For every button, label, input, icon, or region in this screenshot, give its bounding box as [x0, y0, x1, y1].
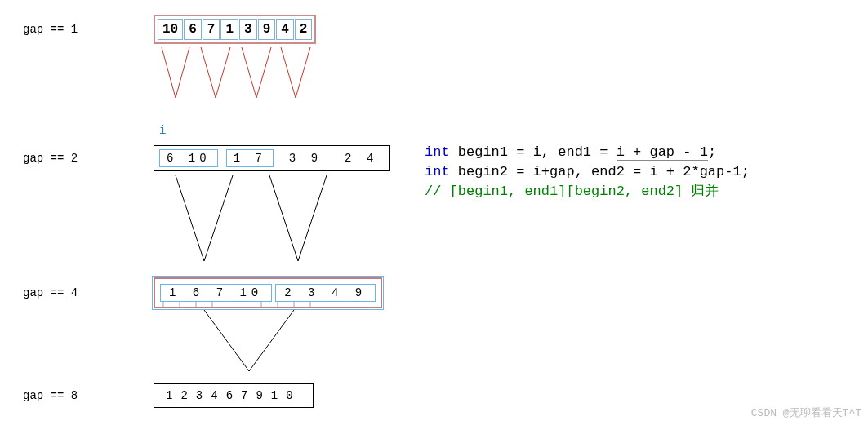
cell-half: 1 6 7 10	[160, 284, 272, 302]
cell: 6	[184, 19, 202, 40]
label-gap-1: gap == 1	[23, 23, 96, 36]
stage-gap-8: gap == 8 123467910	[23, 383, 314, 408]
code-snippet: int begin1 = i, end1 = i + gap - 1; int …	[425, 143, 750, 201]
cell: 7	[203, 19, 220, 40]
label-gap-4: gap == 4	[23, 286, 96, 299]
cell-pair: 2 4	[337, 149, 385, 167]
array-gap-2: 6 10 1 7 3 9 2 4	[154, 145, 390, 171]
cell: 3	[239, 19, 257, 40]
pointer-label-i: i	[159, 124, 166, 137]
cell: 1	[220, 19, 238, 40]
stage-gap-1: gap == 1 10 6 7 1 3 9 4 2	[23, 15, 316, 44]
watermark: CSDN @无聊看看天T^T	[751, 405, 861, 420]
label-gap-2: gap == 2	[23, 152, 96, 165]
cell: 2	[295, 19, 313, 40]
cell-pair: 3 9	[282, 149, 329, 167]
stage-gap-4: gap == 4 1 6 7 10 2 3 4 9	[23, 277, 382, 308]
cell-pair: 1 7	[226, 149, 274, 167]
label-gap-8: gap == 8	[23, 389, 96, 402]
merge-connectors	[0, 0, 868, 425]
stage-gap-2: gap == 2 6 10 1 7 3 9 2 4	[23, 145, 390, 171]
array-gap-4: 1 6 7 10 2 3 4 9	[154, 277, 382, 308]
cell-half: 2 3 4 9	[275, 284, 376, 302]
cell: 10	[158, 19, 183, 40]
cell: 9	[258, 19, 276, 40]
cell-pair: 6 10	[159, 149, 218, 167]
array-gap-1: 10 6 7 1 3 9 4 2	[154, 15, 316, 44]
cell: 4	[276, 19, 294, 40]
array-gap-8: 123467910	[154, 383, 314, 408]
